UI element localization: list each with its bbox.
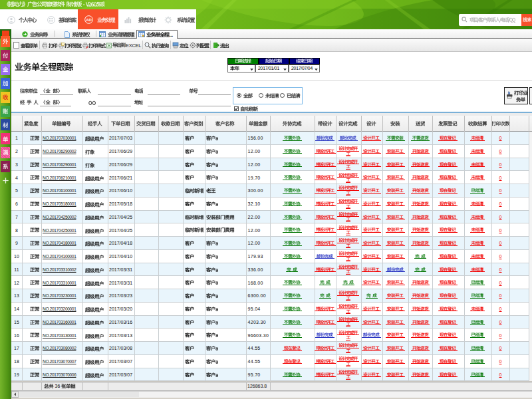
svg-text:AD: AD bbox=[86, 18, 92, 22]
